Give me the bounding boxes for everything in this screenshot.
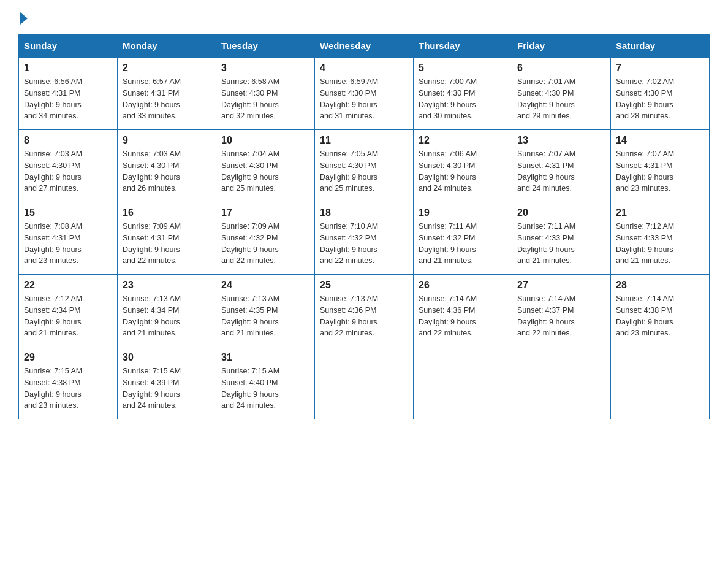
- day-info: Sunrise: 7:12 AM Sunset: 4:33 PM Dayligh…: [616, 221, 704, 267]
- calendar-week-row: 8 Sunrise: 7:03 AM Sunset: 4:30 PM Dayli…: [19, 130, 710, 202]
- calendar-week-row: 15 Sunrise: 7:08 AM Sunset: 4:31 PM Dayl…: [19, 202, 710, 275]
- calendar-cell: [414, 347, 512, 419]
- day-info: Sunrise: 7:12 AM Sunset: 4:34 PM Dayligh…: [24, 293, 112, 339]
- day-info: Sunrise: 7:03 AM Sunset: 4:30 PM Dayligh…: [24, 148, 112, 194]
- day-info: Sunrise: 7:00 AM Sunset: 4:30 PM Dayligh…: [419, 76, 507, 122]
- day-info: Sunrise: 7:14 AM Sunset: 4:36 PM Dayligh…: [419, 293, 507, 339]
- calendar-cell: 7 Sunrise: 7:02 AM Sunset: 4:30 PM Dayli…: [611, 58, 710, 130]
- calendar-cell: 4 Sunrise: 6:59 AM Sunset: 4:30 PM Dayli…: [315, 58, 414, 130]
- logo-general: [18, 12, 28, 25]
- day-info: Sunrise: 7:14 AM Sunset: 4:37 PM Dayligh…: [517, 293, 605, 339]
- day-info: Sunrise: 7:15 AM Sunset: 4:40 PM Dayligh…: [221, 366, 309, 412]
- calendar-cell: [315, 347, 414, 419]
- day-number: 11: [320, 135, 408, 146]
- calendar-cell: 22 Sunrise: 7:12 AM Sunset: 4:34 PM Dayl…: [19, 275, 118, 347]
- day-number: 29: [24, 352, 112, 363]
- day-info: Sunrise: 7:02 AM Sunset: 4:30 PM Dayligh…: [616, 76, 704, 122]
- calendar-cell: 27 Sunrise: 7:14 AM Sunset: 4:37 PM Dayl…: [512, 275, 611, 347]
- header-day-tuesday: Tuesday: [216, 34, 315, 58]
- calendar-cell: 8 Sunrise: 7:03 AM Sunset: 4:30 PM Dayli…: [19, 130, 118, 202]
- day-number: 13: [517, 135, 605, 146]
- day-number: 28: [616, 280, 704, 291]
- day-info: Sunrise: 7:01 AM Sunset: 4:30 PM Dayligh…: [517, 76, 605, 122]
- logo-arrow-icon: [20, 12, 28, 25]
- day-number: 1: [24, 63, 112, 74]
- day-info: Sunrise: 7:11 AM Sunset: 4:33 PM Dayligh…: [517, 221, 605, 267]
- calendar-cell: 16 Sunrise: 7:09 AM Sunset: 4:31 PM Dayl…: [118, 202, 216, 275]
- calendar-cell: 5 Sunrise: 7:00 AM Sunset: 4:30 PM Dayli…: [414, 58, 512, 130]
- calendar-cell: 18 Sunrise: 7:10 AM Sunset: 4:32 PM Dayl…: [315, 202, 414, 275]
- calendar-cell: 6 Sunrise: 7:01 AM Sunset: 4:30 PM Dayli…: [512, 58, 611, 130]
- calendar-cell: 11 Sunrise: 7:05 AM Sunset: 4:30 PM Dayl…: [315, 130, 414, 202]
- day-number: 16: [123, 207, 211, 218]
- calendar-cell: 1 Sunrise: 6:56 AM Sunset: 4:31 PM Dayli…: [19, 58, 118, 130]
- header-day-monday: Monday: [118, 34, 216, 58]
- calendar-cell: 21 Sunrise: 7:12 AM Sunset: 4:33 PM Dayl…: [611, 202, 710, 275]
- calendar-cell: 13 Sunrise: 7:07 AM Sunset: 4:31 PM Dayl…: [512, 130, 611, 202]
- day-info: Sunrise: 7:13 AM Sunset: 4:36 PM Dayligh…: [320, 293, 408, 339]
- day-number: 7: [616, 63, 704, 74]
- calendar-cell: 24 Sunrise: 7:13 AM Sunset: 4:35 PM Dayl…: [216, 275, 315, 347]
- day-number: 24: [221, 280, 309, 291]
- day-info: Sunrise: 7:06 AM Sunset: 4:30 PM Dayligh…: [419, 148, 507, 194]
- calendar-header-row: SundayMondayTuesdayWednesdayThursdayFrid…: [19, 34, 710, 58]
- day-number: 19: [419, 207, 507, 218]
- day-number: 6: [517, 63, 605, 74]
- day-number: 21: [616, 207, 704, 218]
- day-number: 5: [419, 63, 507, 74]
- calendar-cell: 23 Sunrise: 7:13 AM Sunset: 4:34 PM Dayl…: [118, 275, 216, 347]
- day-info: Sunrise: 6:56 AM Sunset: 4:31 PM Dayligh…: [24, 76, 112, 122]
- day-number: 22: [24, 280, 112, 291]
- logo: [18, 12, 28, 21]
- calendar-cell: 30 Sunrise: 7:15 AM Sunset: 4:39 PM Dayl…: [118, 347, 216, 419]
- day-info: Sunrise: 7:05 AM Sunset: 4:30 PM Dayligh…: [320, 148, 408, 194]
- calendar-week-row: 22 Sunrise: 7:12 AM Sunset: 4:34 PM Dayl…: [19, 275, 710, 347]
- day-number: 31: [221, 352, 309, 363]
- calendar-cell: [611, 347, 710, 419]
- day-number: 15: [24, 207, 112, 218]
- day-number: 25: [320, 280, 408, 291]
- calendar-cell: 31 Sunrise: 7:15 AM Sunset: 4:40 PM Dayl…: [216, 347, 315, 419]
- header-day-wednesday: Wednesday: [315, 34, 414, 58]
- day-info: Sunrise: 7:15 AM Sunset: 4:38 PM Dayligh…: [24, 366, 112, 412]
- day-number: 18: [320, 207, 408, 218]
- calendar-week-row: 29 Sunrise: 7:15 AM Sunset: 4:38 PM Dayl…: [19, 347, 710, 419]
- day-number: 30: [123, 352, 211, 363]
- calendar-cell: 12 Sunrise: 7:06 AM Sunset: 4:30 PM Dayl…: [414, 130, 512, 202]
- calendar-cell: 2 Sunrise: 6:57 AM Sunset: 4:31 PM Dayli…: [118, 58, 216, 130]
- calendar-cell: 14 Sunrise: 7:07 AM Sunset: 4:31 PM Dayl…: [611, 130, 710, 202]
- day-number: 8: [24, 135, 112, 146]
- header-day-friday: Friday: [512, 34, 611, 58]
- day-number: 23: [123, 280, 211, 291]
- day-info: Sunrise: 7:10 AM Sunset: 4:32 PM Dayligh…: [320, 221, 408, 267]
- day-info: Sunrise: 7:08 AM Sunset: 4:31 PM Dayligh…: [24, 221, 112, 267]
- day-info: Sunrise: 7:07 AM Sunset: 4:31 PM Dayligh…: [517, 148, 605, 194]
- calendar-cell: 29 Sunrise: 7:15 AM Sunset: 4:38 PM Dayl…: [19, 347, 118, 419]
- day-info: Sunrise: 7:07 AM Sunset: 4:31 PM Dayligh…: [616, 148, 704, 194]
- calendar-cell: 25 Sunrise: 7:13 AM Sunset: 4:36 PM Dayl…: [315, 275, 414, 347]
- day-number: 20: [517, 207, 605, 218]
- calendar-cell: 20 Sunrise: 7:11 AM Sunset: 4:33 PM Dayl…: [512, 202, 611, 275]
- day-number: 17: [221, 207, 309, 218]
- day-info: Sunrise: 7:09 AM Sunset: 4:31 PM Dayligh…: [123, 221, 211, 267]
- day-number: 2: [123, 63, 211, 74]
- calendar-cell: 9 Sunrise: 7:03 AM Sunset: 4:30 PM Dayli…: [118, 130, 216, 202]
- day-info: Sunrise: 7:04 AM Sunset: 4:30 PM Dayligh…: [221, 148, 309, 194]
- day-number: 12: [419, 135, 507, 146]
- header-day-sunday: Sunday: [19, 34, 118, 58]
- day-info: Sunrise: 6:57 AM Sunset: 4:31 PM Dayligh…: [123, 76, 211, 122]
- day-number: 26: [419, 280, 507, 291]
- day-info: Sunrise: 7:03 AM Sunset: 4:30 PM Dayligh…: [123, 148, 211, 194]
- calendar-week-row: 1 Sunrise: 6:56 AM Sunset: 4:31 PM Dayli…: [19, 58, 710, 130]
- day-number: 14: [616, 135, 704, 146]
- day-info: Sunrise: 7:15 AM Sunset: 4:39 PM Dayligh…: [123, 366, 211, 412]
- calendar-cell: 19 Sunrise: 7:11 AM Sunset: 4:32 PM Dayl…: [414, 202, 512, 275]
- calendar-cell: [512, 347, 611, 419]
- calendar-cell: 26 Sunrise: 7:14 AM Sunset: 4:36 PM Dayl…: [414, 275, 512, 347]
- calendar-cell: 10 Sunrise: 7:04 AM Sunset: 4:30 PM Dayl…: [216, 130, 315, 202]
- calendar-cell: 17 Sunrise: 7:09 AM Sunset: 4:32 PM Dayl…: [216, 202, 315, 275]
- day-info: Sunrise: 7:09 AM Sunset: 4:32 PM Dayligh…: [221, 221, 309, 267]
- day-info: Sunrise: 7:14 AM Sunset: 4:38 PM Dayligh…: [616, 293, 704, 339]
- day-number: 4: [320, 63, 408, 74]
- calendar-cell: 15 Sunrise: 7:08 AM Sunset: 4:31 PM Dayl…: [19, 202, 118, 275]
